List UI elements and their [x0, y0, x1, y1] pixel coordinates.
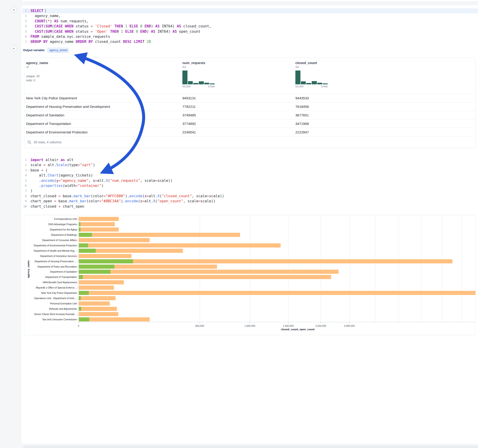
add-cell-button-middle[interactable]: + — [11, 45, 17, 51]
chevron-spacer — [27, 204, 31, 209]
y-tick — [77, 235, 78, 235]
table-cell: 3677651 — [295, 113, 475, 117]
y-axis-line — [79, 216, 79, 322]
bar-closed — [79, 312, 118, 316]
column-header-num-requests[interactable]: num_requests i64 53,3049.5e6 — [182, 61, 295, 93]
y-tick — [77, 304, 78, 304]
y-category-label: HRA Benefit Card Replacement — [25, 281, 77, 284]
y-tick — [77, 224, 78, 224]
histogram-range: 53,3049.5e6 — [182, 85, 215, 88]
code-text: COUNT(*) AS num_requests, — [31, 19, 88, 24]
gridline — [250, 216, 250, 322]
bar-closed — [79, 280, 124, 284]
code-line[interactable]: 7) — [22, 188, 478, 193]
x-tick — [288, 322, 289, 323]
line-number: 8 — [22, 193, 27, 199]
code-line[interactable]: 5 .encode(y="agency_name", x=alt.X("num_… — [22, 178, 478, 183]
chevron-spacer — [27, 173, 31, 178]
code-line[interactable]: 2 agency_name, — [22, 13, 478, 19]
chevron-spacer — [27, 39, 31, 44]
line-number: 3 — [22, 168, 27, 173]
table-footer: 20 rows, 4 columns — [24, 136, 475, 148]
y-category-label: Senior Citizen Rent Increase Exempti… — [25, 313, 77, 316]
column-header-agency-name[interactable]: agency_name str unique: 20 nulls: 0 — [26, 61, 182, 93]
y-tick — [77, 319, 78, 320]
search-icon[interactable] — [27, 140, 31, 144]
code-line[interactable]: 3⌄base = ( — [22, 168, 478, 173]
bar-open — [79, 233, 92, 237]
code-line[interactable]: 9chart_open = base.mark_bar(color="#8BC3… — [22, 199, 478, 204]
code-text: chart_closed = base.mark_bar(color="#FFC… — [31, 193, 224, 199]
code-line[interactable]: 4 CAST(SUM(CASE WHEN status = 'Closed' T… — [22, 24, 478, 29]
collapse-chevron-icon[interactable]: ⌄ — [27, 8, 31, 13]
histogram-bar — [301, 81, 306, 84]
sql-editor[interactable]: 1⌄SELECT 2 agency_name,3 COUNT(*) AS num… — [22, 8, 478, 44]
bar-open — [79, 259, 133, 263]
code-line[interactable]: 8chart_closed = base.mark_bar(color="#FF… — [22, 193, 478, 199]
code-text: import altair as alt — [31, 157, 74, 162]
column-histogram — [182, 70, 215, 84]
histogram-bar — [323, 83, 328, 84]
line-number: 3 — [22, 19, 27, 24]
y-tick — [77, 251, 78, 251]
table-cell: 3749485 — [182, 113, 295, 117]
table-cell: 2222847 — [295, 130, 475, 134]
table-row[interactable]: Department of Sanitation37494853677651 — [24, 111, 475, 119]
code-text: chart_closed + chart_open — [31, 204, 84, 209]
chevron-spacer — [27, 13, 31, 19]
code-text: scale = alt.Scale(type="sqrt") — [31, 162, 95, 168]
table-cell: 3774892 — [182, 122, 295, 126]
line-number: 6 — [22, 34, 27, 39]
code-line[interactable]: 1import altair as alt — [22, 157, 478, 162]
y-axis-title: agency_name — [27, 216, 30, 322]
code-line[interactable]: 6FROM sample_data.nyc.service_requests — [22, 34, 478, 39]
y-tick — [77, 261, 78, 261]
x-tick-label: 1,600,000 — [236, 324, 264, 327]
line-number: 6 — [22, 183, 27, 188]
code-line[interactable]: 1⌄SELECT — [22, 8, 478, 13]
code-line[interactable]: 7GROUP BY agency_name ORDER BY closed_co… — [22, 39, 478, 44]
bar-closed — [79, 317, 150, 322]
table-row[interactable]: Department of Transportation377489234719… — [24, 119, 475, 128]
y-tick — [77, 219, 78, 219]
output-variable-chip[interactable]: agency_tickets — [48, 48, 69, 53]
python-editor[interactable]: 1import altair as alt2scale = alt.Scale(… — [22, 157, 478, 209]
y-category-label: Taxi and Limousine Commission — [25, 318, 77, 321]
code-line[interactable]: 5 CAST(SUM(CASE WHEN status = 'Open' THE… — [22, 29, 478, 34]
y-category-label: Department for the Aging — [25, 228, 77, 231]
chevron-spacer — [27, 162, 31, 168]
code-line[interactable]: 10chart_closed + chart_open — [22, 204, 478, 209]
x-tick — [250, 322, 250, 323]
gridline — [399, 216, 399, 322]
y-category-label: DHS Advantage Programs — [25, 223, 77, 226]
column-name: closed_count — [295, 61, 475, 65]
bar-closed — [79, 233, 240, 237]
line-number: 4 — [22, 24, 27, 29]
table-row[interactable]: New York City Police Department945313194… — [24, 93, 475, 102]
y-category-label: Personal Exemption Unit — [25, 302, 77, 305]
code-line[interactable]: 3 COUNT(*) AS num_requests, — [22, 19, 478, 24]
bar-closed — [79, 259, 453, 263]
histogram-bar — [317, 83, 322, 84]
code-line[interactable]: 6 .properties(width="container") — [22, 183, 478, 188]
x-tick — [79, 322, 79, 323]
plus-icon: + — [13, 47, 15, 50]
table-row[interactable]: Department of Housing Preservation and D… — [24, 102, 475, 111]
bar-closed — [79, 254, 132, 258]
code-line[interactable]: 2scale = alt.Scale(type="sqrt") — [22, 162, 478, 168]
y-tick — [77, 309, 78, 309]
y-tick — [77, 240, 78, 240]
y-category-label: Correspondence Unit — [25, 218, 77, 220]
collapse-chevron-icon[interactable]: ⌄ — [27, 168, 31, 173]
add-cell-button-top[interactable]: + — [11, 7, 17, 13]
column-header-closed-count[interactable]: closed_count i64 53,3049.4e6 — [295, 61, 475, 93]
table-cell: Department of Sanitation — [26, 113, 182, 117]
line-number: 4 — [22, 173, 27, 178]
bar-closed — [79, 243, 281, 248]
code-line[interactable]: 4 alt.Chart(agency_tickets) — [22, 173, 478, 178]
histogram-bar — [210, 83, 215, 84]
gridline — [375, 216, 375, 322]
column-meta: unique: 20 nulls: 0 — [26, 74, 182, 82]
table-row[interactable]: Department of Environmental Protection22… — [24, 128, 475, 136]
gridline — [349, 216, 350, 322]
